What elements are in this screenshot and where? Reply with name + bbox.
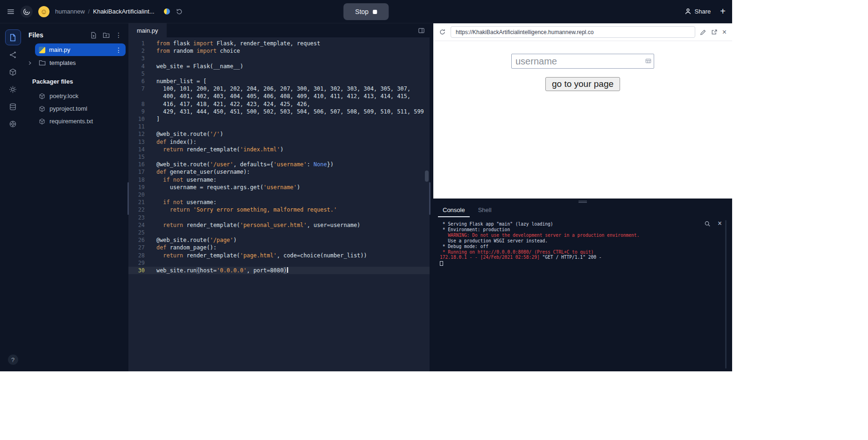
code-line[interactable]: 8 416, 417, 418, 421, 422, 423, 424, 425… bbox=[128, 100, 430, 108]
rail-authentication-icon[interactable] bbox=[5, 116, 21, 132]
autofill-icon[interactable] bbox=[645, 58, 651, 64]
clear-console-icon[interactable]: × bbox=[718, 220, 722, 227]
code-line[interactable]: 15 bbox=[128, 153, 430, 161]
code-line[interactable]: 21 if not username: bbox=[128, 199, 430, 206]
code-line[interactable]: 4web_site = Flask(__name__) bbox=[128, 63, 430, 70]
code-text bbox=[153, 153, 156, 161]
chevron-right-icon[interactable] bbox=[27, 60, 33, 66]
close-webview-icon[interactable]: × bbox=[722, 28, 727, 36]
history-icon[interactable] bbox=[176, 8, 183, 15]
code-line[interactable]: 28 return render_template('page.html', c… bbox=[128, 252, 430, 259]
code-line[interactable]: 30web_site.run(host='0.0.0.0', port=8080… bbox=[128, 267, 430, 274]
refresh-icon[interactable] bbox=[439, 28, 446, 35]
console-line: * Debug mode: off bbox=[440, 244, 726, 249]
code-line[interactable]: 23 bbox=[128, 214, 430, 221]
code-line[interactable]: 14 return render_template('index.html') bbox=[128, 146, 430, 153]
code-line[interactable]: 9 429, 431, 444, 450, 451, 500, 502, 503… bbox=[128, 108, 430, 115]
package-icon bbox=[39, 106, 45, 112]
editor-scrollbar[interactable] bbox=[425, 38, 429, 370]
breadcrumb-username[interactable]: humannew bbox=[55, 8, 85, 15]
code-line[interactable]: 1from flask import Flask, render_templat… bbox=[128, 40, 430, 47]
code-text: if not username: bbox=[153, 199, 217, 206]
packager-file-requirements-txt[interactable]: requirements.txt bbox=[35, 115, 126, 128]
line-number: 7 bbox=[128, 85, 153, 92]
stop-button[interactable]: Stop bbox=[344, 3, 389, 20]
code-text: return render_template('personal_user.ht… bbox=[153, 221, 360, 229]
rail-version-control-icon[interactable] bbox=[5, 47, 21, 63]
breadcrumb-separator: / bbox=[88, 8, 90, 15]
code-line[interactable]: 12@web_site.route('/') bbox=[128, 130, 430, 138]
packager-file-pyproject-toml[interactable]: pyproject.toml bbox=[35, 102, 126, 115]
code-line[interactable]: 26@web_site.route('/page') bbox=[128, 236, 430, 244]
edit-url-icon[interactable] bbox=[700, 29, 706, 35]
editor-scrollbar-thumb[interactable] bbox=[425, 170, 429, 182]
go-to-page-button[interactable]: go to your page bbox=[545, 77, 620, 91]
files-panel: Files ⋮ main.py ⋮ bbox=[26, 23, 128, 371]
rail-files-icon[interactable] bbox=[5, 29, 21, 45]
avatar[interactable]: ☺ bbox=[38, 6, 49, 17]
files-panel-title: Files bbox=[28, 31, 90, 39]
code-line[interactable]: 25 bbox=[128, 229, 430, 236]
code-line[interactable]: 5 bbox=[128, 70, 430, 78]
search-icon[interactable] bbox=[704, 220, 711, 227]
code-editor[interactable]: 1from flask import Flask, render_templat… bbox=[128, 37, 430, 371]
line-number: 3 bbox=[128, 55, 153, 62]
files-menu-icon[interactable]: ⋮ bbox=[115, 31, 122, 39]
code-line[interactable]: 13def index(): bbox=[128, 138, 430, 146]
replit-logo[interactable] bbox=[21, 6, 33, 18]
code-line[interactable]: 11 bbox=[128, 123, 430, 130]
line-number: 5 bbox=[128, 70, 153, 78]
editor-resize-handle[interactable] bbox=[429, 182, 430, 215]
open-external-icon[interactable] bbox=[711, 29, 718, 35]
rail-packages-icon[interactable] bbox=[5, 64, 21, 80]
code-line[interactable]: 6number_list = [ bbox=[128, 78, 430, 85]
code-line[interactable]: 17def generate_user(username): bbox=[128, 168, 430, 176]
new-folder-icon[interactable] bbox=[103, 32, 110, 39]
rail-settings-icon[interactable] bbox=[5, 81, 21, 97]
editor-tab-main-py[interactable]: main.py bbox=[128, 23, 167, 37]
rail-database-icon[interactable] bbox=[5, 99, 21, 114]
line-number: 12 bbox=[128, 130, 153, 138]
help-button[interactable]: ? bbox=[8, 355, 18, 365]
code-line[interactable]: 29 bbox=[128, 259, 430, 267]
console-output[interactable]: × * Serving Flask app "main" (lazy loadi… bbox=[433, 217, 732, 371]
line-number: 11 bbox=[128, 123, 153, 130]
split-layout-icon[interactable] bbox=[418, 27, 425, 34]
line-number: 9 bbox=[128, 108, 153, 115]
code-line[interactable]: 2from random import choice bbox=[128, 47, 430, 55]
breadcrumb-project[interactable]: KhakiBackArtificialint... bbox=[93, 8, 155, 15]
folder-item-templates[interactable]: templates bbox=[35, 57, 126, 69]
right-panel: https://KhakiBackArtificialintelligence.… bbox=[430, 23, 732, 371]
line-number: 25 bbox=[128, 229, 153, 236]
menu-icon[interactable] bbox=[7, 7, 15, 16]
console-cursor bbox=[440, 261, 443, 266]
new-tab-button[interactable]: + bbox=[720, 6, 726, 17]
file-item-main-py[interactable]: main.py ⋮ bbox=[35, 43, 126, 56]
line-number: 13 bbox=[128, 138, 153, 146]
code-line[interactable]: 10] bbox=[128, 115, 430, 123]
line-number: 16 bbox=[128, 161, 153, 168]
code-line[interactable]: 22 return 'Sorry error something, malfor… bbox=[128, 206, 430, 213]
sidebar-resize-handle[interactable] bbox=[127, 182, 129, 215]
code-line[interactable]: 18 if not username: bbox=[128, 176, 430, 184]
code-line[interactable]: 16@web_site.route('/user', defaults={'us… bbox=[128, 161, 430, 168]
code-line[interactable]: 400, 401, 402, 403, 404, 405, 406, 408, … bbox=[128, 92, 430, 100]
code-line[interactable]: 20 bbox=[128, 191, 430, 199]
console-resize-handle[interactable] bbox=[579, 200, 587, 204]
code-line[interactable]: 3 bbox=[128, 55, 430, 62]
share-button[interactable]: Share bbox=[685, 8, 711, 15]
file-options-icon[interactable]: ⋮ bbox=[115, 46, 122, 54]
code-text: if not username: bbox=[153, 176, 217, 184]
code-line[interactable]: 7 100, 101, 200, 201, 202, 204, 206, 207… bbox=[128, 85, 430, 92]
code-line[interactable]: 24 return render_template('personal_user… bbox=[128, 221, 430, 229]
new-file-icon[interactable] bbox=[90, 32, 97, 39]
url-field[interactable]: https://KhakiBackArtificialintelligence.… bbox=[451, 26, 695, 38]
username-input[interactable] bbox=[511, 54, 654, 69]
code-line[interactable]: 19 username = request.args.get('username… bbox=[128, 184, 430, 191]
console-scrollbar[interactable] bbox=[725, 220, 727, 369]
line-number: 23 bbox=[128, 214, 153, 221]
packager-file-poetry-lock[interactable]: poetry.lock bbox=[35, 90, 126, 102]
tab-shell[interactable]: Shell bbox=[473, 203, 496, 217]
code-line[interactable]: 27def random_page(): bbox=[128, 244, 430, 251]
tab-console[interactable]: Console bbox=[438, 203, 470, 217]
